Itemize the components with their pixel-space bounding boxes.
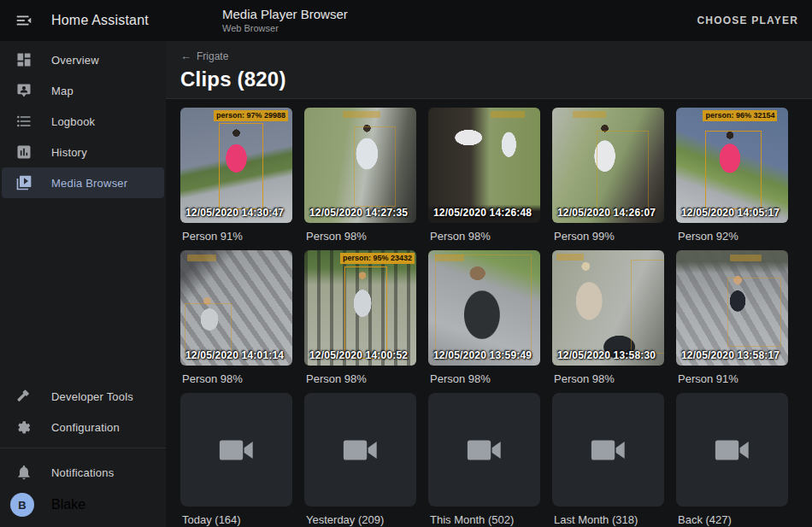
clip-label: Person 91% — [182, 230, 292, 243]
app-bar: Home Assistant Media Player Browser Web … — [0, 0, 812, 41]
clip-thumbnail[interactable]: person: 97% 29988 12/05/2020 14:30:47 — [180, 108, 292, 223]
sidebar-item-label: Configuration — [51, 421, 120, 434]
sidebar: Overview Map Logbook History — [0, 41, 166, 527]
sidebar-item-user-profile[interactable]: B Blake — [2, 488, 164, 522]
sidebar-divider — [0, 448, 166, 448]
sidebar-item-logbook[interactable]: Logbook — [2, 106, 164, 137]
view-dashboard-icon — [15, 51, 32, 68]
sidebar-item-overview[interactable]: Overview — [2, 44, 164, 75]
clip-thumbnail[interactable]: person: 96% 32154 12/05/2020 14:05:17 — [676, 108, 788, 223]
folder-back[interactable] — [676, 393, 788, 507]
clip-timestamp: 12/05/2020 13:58:17 — [681, 349, 780, 361]
video-camera-icon — [589, 436, 628, 464]
sidebar-item-label: Media Browser — [51, 177, 127, 190]
folder-label: Back (427) — [678, 513, 788, 526]
clip-card: 12/05/2020 14:01:14 Person 98% — [180, 250, 292, 393]
folder-card: Back (427) — [676, 393, 788, 526]
clip-card: 12/05/2020 13:59:49 Person 98% — [428, 250, 540, 393]
play-box-multiple-icon — [15, 174, 32, 191]
folder-label: Yesterday (209) — [306, 513, 416, 526]
detection-label-faded — [573, 111, 606, 118]
clip-thumbnail[interactable]: 12/05/2020 14:27:35 — [304, 108, 416, 223]
clip-thumbnail[interactable]: 12/05/2020 13:58:30 — [552, 250, 664, 366]
user-avatar: B — [10, 493, 34, 517]
sidebar-item-label: Overview — [51, 54, 99, 67]
detection-label: person: 96% 32154 — [703, 110, 777, 121]
app-title: Home Assistant — [51, 13, 149, 28]
user-name: Blake — [51, 497, 85, 512]
clip-timestamp: 12/05/2020 14:30:47 — [185, 207, 284, 219]
clip-timestamp: 12/05/2020 14:01:14 — [185, 349, 284, 361]
clip-thumbnail[interactable]: 12/05/2020 14:26:48 — [428, 108, 540, 223]
clip-card: 12/05/2020 14:27:35 Person 98% — [304, 108, 416, 250]
app-bar-left: Home Assistant — [0, 10, 166, 31]
sidebar-item-developer-tools[interactable]: Developer Tools — [2, 381, 164, 412]
clip-thumbnail[interactable]: 12/05/2020 14:26:07 — [552, 108, 664, 223]
clip-label: Person 98% — [182, 372, 292, 386]
clip-timestamp: 12/05/2020 14:26:48 — [433, 207, 532, 219]
sidebar-item-label: Map — [51, 85, 74, 97]
sidebar-item-notifications[interactable]: Notifications — [2, 457, 164, 488]
folder-last-month[interactable] — [552, 393, 664, 507]
video-camera-icon — [341, 436, 380, 464]
detection-bbox — [435, 255, 532, 359]
gear-icon — [15, 419, 32, 436]
folder-this-month[interactable] — [428, 393, 540, 507]
page-subtitle: Web Browser — [222, 23, 348, 35]
clip-timestamp: 12/05/2020 13:58:30 — [557, 349, 656, 361]
detection-label-faded — [343, 111, 381, 118]
detection-bbox — [631, 260, 664, 354]
video-camera-icon — [465, 436, 504, 464]
map-marker-account-icon — [15, 82, 32, 99]
clip-thumbnail[interactable]: person: 95% 23432 12/05/2020 14:00:52 — [304, 250, 416, 366]
clip-label: Person 98% — [430, 230, 540, 243]
folder-label: Today (164) — [182, 513, 292, 526]
clip-label: Person 98% — [554, 372, 664, 386]
media-browser-content: ← Frigate Clips (820) person: 97% 29988 … — [166, 41, 812, 527]
clip-card: 12/05/2020 13:58:17 Person 91% — [676, 250, 788, 393]
folder-yesterday[interactable] — [304, 393, 416, 507]
sidebar-toggle-icon[interactable] — [14, 10, 34, 31]
clip-card: 12/05/2020 14:26:07 Person 99% — [552, 108, 664, 250]
folder-label: Last Month (318) — [554, 513, 664, 526]
detection-label-faded — [187, 255, 216, 261]
page-title: Media Player Browser — [222, 7, 348, 23]
page-heading: Clips (820) — [180, 67, 812, 91]
folder-card: This Month (502) — [428, 393, 540, 526]
clip-label: Person 98% — [306, 372, 416, 386]
detection-bbox — [219, 123, 263, 209]
clip-card: person: 97% 29988 12/05/2020 14:30:47 Pe… — [180, 108, 292, 250]
back-arrow-icon: ← — [180, 50, 191, 62]
folder-card: Yesterday (209) — [304, 393, 416, 526]
clip-thumbnail[interactable]: 12/05/2020 14:01:14 — [180, 250, 292, 366]
choose-player-button[interactable]: CHOOSE PLAYER — [697, 0, 798, 41]
hammer-icon — [15, 388, 32, 405]
chart-box-icon — [15, 143, 32, 161]
clip-thumbnail[interactable]: 12/05/2020 13:58:17 — [676, 250, 788, 366]
breadcrumb-label: Frigate — [197, 50, 228, 62]
clip-card: person: 95% 23432 12/05/2020 14:00:52 Pe… — [304, 250, 416, 393]
sidebar-spacer — [0, 198, 166, 381]
folder-today[interactable] — [180, 393, 292, 507]
clip-timestamp: 12/05/2020 14:00:52 — [309, 349, 408, 361]
clip-timestamp: 12/05/2020 14:26:07 — [557, 207, 656, 219]
detection-bbox — [354, 126, 397, 208]
clip-label: Person 98% — [306, 230, 416, 243]
content-header: ← Frigate Clips (820) — [166, 41, 812, 99]
video-camera-icon — [713, 436, 752, 464]
detection-bbox — [705, 131, 762, 209]
detection-label-faded — [435, 255, 464, 261]
video-camera-icon — [217, 436, 256, 464]
sidebar-item-history[interactable]: History — [2, 137, 164, 167]
clip-thumbnail[interactable]: 12/05/2020 13:59:49 — [428, 250, 540, 366]
breadcrumb-back[interactable]: ← Frigate — [180, 50, 228, 62]
clip-label: Person 91% — [678, 372, 788, 386]
sidebar-item-configuration[interactable]: Configuration — [2, 412, 164, 442]
clip-card: person: 96% 32154 12/05/2020 14:05:17 Pe… — [676, 108, 788, 250]
detection-bbox — [344, 266, 387, 359]
sidebar-item-media-browser[interactable]: Media Browser — [2, 167, 164, 198]
detection-bbox — [597, 131, 648, 214]
sidebar-item-label: Notifications — [51, 466, 114, 479]
sidebar-item-map[interactable]: Map — [2, 75, 164, 106]
clips-grid: person: 97% 29988 12/05/2020 14:30:47 Pe… — [166, 99, 812, 526]
